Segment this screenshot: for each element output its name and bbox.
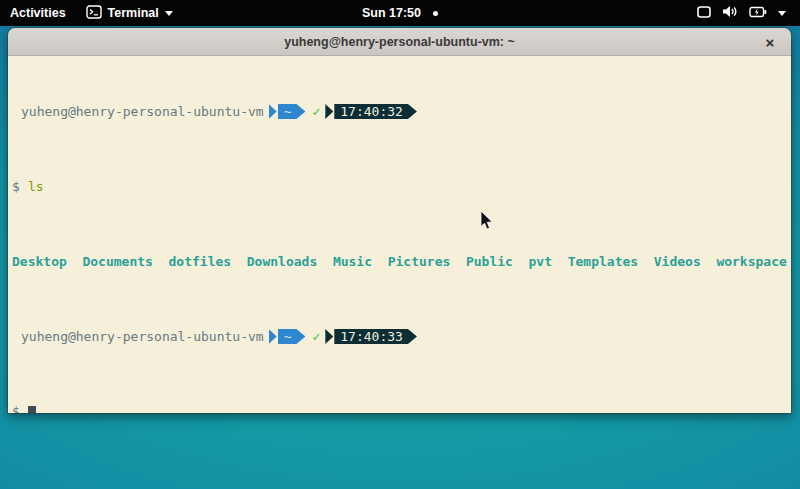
terminal-content[interactable]: yuheng@henry-personal-ubuntu-vm ~ ✓ 17:4… (8, 56, 791, 413)
powerline-arrow-icon (269, 104, 277, 119)
directory-name: dotfiles (169, 254, 232, 269)
directory-name: pvt (529, 254, 552, 269)
directory-name: Pictures (388, 254, 451, 269)
prompt-directory-segment: ~ (269, 104, 306, 119)
prompt-status-check-icon: ✓ (312, 104, 320, 119)
system-status-menu[interactable] (691, 0, 792, 26)
prompt-time-label: 17:40:33 (334, 329, 417, 344)
directory-name: workspace (716, 254, 786, 269)
powerline-arrow-icon (325, 329, 333, 344)
chevron-down-icon (165, 11, 173, 16)
prompt-username: yuheng@henry-personal-ubuntu-vm (12, 104, 264, 119)
ls-output: DesktopDocumentsdotfilesDownloadsMusicPi… (12, 254, 791, 269)
directory-name: Templates (568, 254, 638, 269)
close-button[interactable]: × (757, 28, 783, 55)
chevron-down-icon (778, 11, 786, 16)
prompt-directory-segment: ~ (269, 329, 306, 344)
volume-icon (722, 5, 738, 21)
terminal-window: yuheng@henry-personal-ubuntu-vm: ~ × yuh… (8, 28, 791, 413)
clock-label: Sun 17:50 (362, 6, 421, 20)
prompt-status-check-icon: ✓ (312, 329, 320, 344)
terminal-cursor (28, 406, 36, 414)
top-bar-left: Activities Terminal (0, 0, 183, 26)
directory-name: Downloads (247, 254, 317, 269)
directory-name: Desktop (12, 254, 67, 269)
window-titlebar[interactable]: yuheng@henry-personal-ubuntu-vm: ~ × (8, 28, 791, 56)
command-line: $ (12, 404, 791, 413)
prompt-directory-label: ~ (278, 104, 306, 119)
app-menu-label: Terminal (108, 6, 159, 20)
window-title: yuheng@henry-personal-ubuntu-vm: ~ (284, 35, 515, 49)
prompt-line: yuheng@henry-personal-ubuntu-vm ~ ✓ 17:4… (12, 104, 791, 119)
prompt-symbol: $ (12, 404, 20, 413)
prompt-directory-label: ~ (278, 329, 306, 344)
directory-name: Music (333, 254, 372, 269)
clock-button[interactable]: Sun 17:50 (352, 0, 448, 26)
display-icon (697, 6, 711, 21)
command-text: ls (28, 179, 44, 194)
top-bar: Activities Terminal Sun 17:50 (0, 0, 800, 26)
mouse-cursor-icon (480, 210, 495, 235)
directory-name: Public (466, 254, 513, 269)
powerline-arrow-icon (269, 329, 277, 344)
command-line: $ ls (12, 179, 791, 194)
prompt-line: yuheng@henry-personal-ubuntu-vm ~ ✓ 17:4… (12, 329, 791, 344)
activities-button[interactable]: Activities (0, 0, 76, 26)
prompt-time-label: 17:40:32 (334, 104, 417, 119)
battery-charging-icon (749, 6, 767, 21)
directory-name: Documents (82, 254, 152, 269)
prompt-time-segment: 17:40:33 (325, 329, 417, 344)
directory-name: Videos (654, 254, 701, 269)
prompt-symbol: $ (12, 179, 20, 194)
app-menu-terminal[interactable]: Terminal (76, 0, 183, 26)
prompt-time-segment: 17:40:32 (325, 104, 417, 119)
notification-dot-icon (433, 11, 438, 16)
top-bar-center: Sun 17:50 (352, 0, 448, 26)
top-bar-right (691, 0, 800, 26)
terminal-icon (86, 5, 102, 22)
prompt-username: yuheng@henry-personal-ubuntu-vm (12, 329, 264, 344)
powerline-arrow-icon (325, 104, 333, 119)
